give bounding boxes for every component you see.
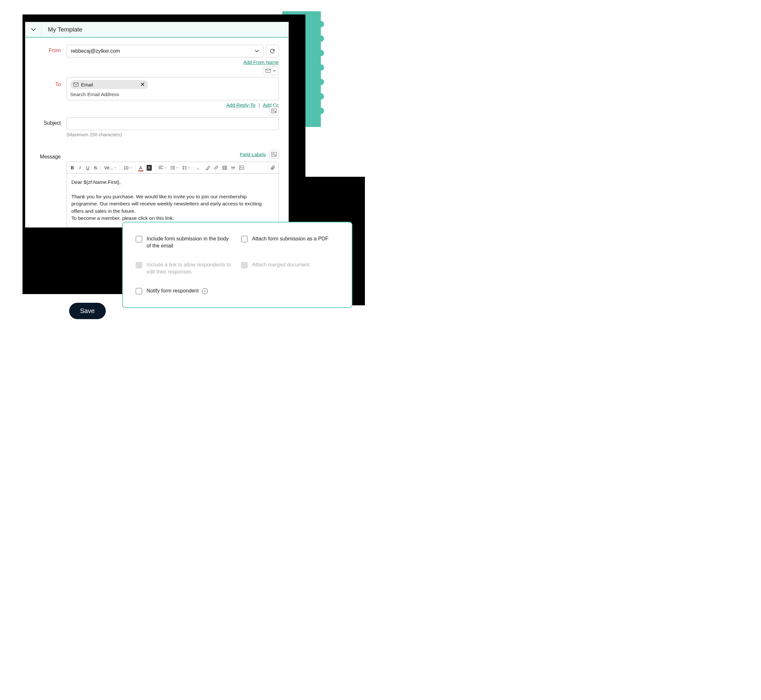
chevron-down-icon [130,167,132,169]
panel-header: My Template [25,22,288,38]
subject-label: Subject [35,117,67,126]
editor-toolbar: B I U S Ve... 10 A A [67,162,279,173]
hr-button[interactable] [229,164,237,171]
image-button[interactable] [238,164,246,171]
message-line-3: To become a member, please click on this… [71,215,274,222]
chevron-down-icon [164,167,166,169]
line-height-button[interactable] [181,164,192,171]
bg-color-button[interactable]: A [145,164,153,172]
refresh-button[interactable] [266,45,279,58]
collapse-button[interactable] [25,22,41,37]
remove-chip-button[interactable]: ✕ [140,82,145,88]
quote-icon: „ [197,166,202,170]
svg-point-18 [171,167,171,168]
from-row: From rebbecaj@zylker.com Add From Name [35,45,279,71]
checkbox-include-body[interactable] [136,236,142,242]
chevron-down-icon [176,167,179,169]
checkbox-edit-link [136,262,142,268]
table-button[interactable] [221,164,229,171]
italic-button[interactable]: I [77,164,84,172]
svg-point-37 [240,167,241,167]
add-reply-to-link[interactable]: Add Reply-To [226,102,255,108]
chip-label: Email [81,82,93,88]
from-label: From [35,45,67,53]
insert-field-icon [271,109,277,113]
message-line-2: Thank you for you purchase. We would lik… [71,193,274,215]
add-from-name-link[interactable]: Add From Name [243,59,279,65]
insert-field-icon [271,152,277,156]
refresh-icon [269,48,275,54]
quote-button[interactable]: „ [196,164,203,171]
clear-format-button[interactable] [204,164,211,171]
message-editor: B I U S Ve... 10 A A [67,162,279,228]
list-icon [171,166,175,170]
underline-button[interactable]: U [84,164,91,172]
envelope-dropdown-button[interactable] [263,66,279,75]
svg-rect-28 [222,166,227,169]
clear-format-icon [205,166,210,170]
hr-icon [231,166,235,170]
option-edit-link: Include a link to allow respondents to e… [136,261,233,276]
options-panel: Include form submission in the body of t… [122,222,352,308]
paperclip-icon [270,165,275,170]
align-button[interactable] [157,164,168,171]
to-row: To Email ✕ Search Email Address [35,77,279,114]
email-template-panel: My Template From rebbecaj@zylker.com [25,22,289,228]
checkbox-merged-doc [241,262,247,268]
chevron-down-icon [272,69,276,72]
line-height-icon [182,166,187,170]
list-button[interactable] [169,164,180,171]
field-labels-link[interactable]: Field Labels [240,152,266,157]
bold-button[interactable]: B [69,164,76,172]
font-color-button[interactable]: A [137,164,144,172]
to-search-placeholder: Search Email Address [70,92,275,97]
from-address-value: rebbecaj@zylker.com [71,48,120,54]
message-line-1: Dear ${zf:Name.First}, [71,179,274,186]
message-row: Message Field Labels B I U S [35,140,279,228]
template-title: My Template [41,26,82,33]
subject-row: Subject (Maximum 250 characters) [35,117,279,137]
from-address-select[interactable]: rebbecaj@zylker.com [67,45,263,58]
checkbox-notify-respondent[interactable] [136,288,142,294]
chevron-down-icon [114,167,117,169]
chevron-down-icon [255,49,259,53]
link-icon [214,165,219,170]
attachment-button[interactable] [268,164,277,172]
to-email-chip: Email ✕ [70,80,148,89]
envelope-icon [73,83,78,86]
option-include-body: Include form submission in the body of t… [136,235,233,250]
image-icon [239,166,244,170]
insert-field-subject-button[interactable] [269,106,279,116]
align-icon [158,166,163,170]
option-notify-respondent: Notify form respondent i [136,288,233,294]
chevron-down-icon [31,27,36,32]
font-family-select[interactable]: Ve... [103,164,118,172]
checkbox-attach-pdf[interactable] [241,236,247,242]
to-input-box[interactable]: Email ✕ Search Email Address [67,77,279,100]
link-button[interactable] [212,164,220,171]
message-label: Message [35,140,67,160]
subject-helper: (Maximum 250 characters) [67,132,279,137]
option-attach-pdf: Attach form submission as a PDF [241,235,339,250]
font-size-select[interactable]: 10 [122,164,134,172]
svg-point-17 [171,166,171,167]
table-icon [222,166,227,170]
envelope-icon [266,69,271,73]
insert-field-message-button[interactable] [269,150,279,159]
to-label: To [35,77,67,88]
editor-content[interactable]: Dear ${zf:Name.First}, Thank you for you… [67,173,279,227]
chevron-down-icon [188,167,190,169]
info-icon[interactable]: i [202,288,208,294]
strikethrough-button[interactable]: S [92,164,99,172]
option-merged-doc: Attach merged document [241,261,339,276]
save-button[interactable]: Save [69,303,106,319]
svg-point-19 [171,169,171,169]
svg-text:„: „ [197,166,199,170]
subject-input[interactable] [67,117,279,130]
